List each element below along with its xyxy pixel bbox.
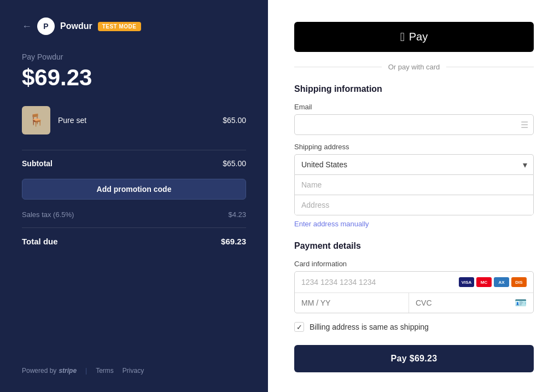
card-bottom-row: 🪪 — [295, 293, 533, 313]
product-name: Pure set — [58, 116, 215, 125]
apple-pay-label: Pay — [409, 31, 428, 43]
back-button[interactable]: ← — [22, 21, 32, 32]
divider — [22, 150, 246, 150]
tax-label: Sales tax (6.5%) — [22, 210, 74, 219]
divider-line-left — [294, 67, 382, 67]
apple-logo-icon:  — [400, 31, 405, 43]
privacy-link[interactable]: Privacy — [122, 367, 144, 375]
pay-label: Pay Powdur — [22, 52, 246, 61]
mastercard-icon: MC — [476, 277, 492, 287]
terms-link[interactable]: Terms — [96, 367, 114, 375]
address-fields — [294, 174, 534, 215]
product-price: $65.00 — [223, 116, 246, 125]
country-select-wrapper: United States ▾ — [294, 154, 534, 174]
country-select[interactable]: United States — [294, 154, 534, 174]
total-label: Total due — [22, 237, 58, 246]
expiry-input[interactable] — [295, 293, 409, 313]
card-number-input[interactable] — [301, 278, 454, 286]
subtotal-row: Subtotal $65.00 — [22, 159, 246, 168]
shipping-address-label: Shipping address — [294, 143, 534, 151]
tax-row: Sales tax (6.5%) $4.23 — [22, 210, 246, 219]
powered-by: Powered by stripe — [22, 367, 77, 375]
stripe-label: stripe — [59, 367, 77, 375]
right-panel:  Pay Or pay with card Shipping informat… — [268, 0, 560, 392]
tax-value: $4.23 — [228, 210, 246, 219]
billing-checkbox[interactable]: ✓ — [294, 322, 304, 332]
divider-text: Or pay with card — [388, 63, 440, 71]
card-icons: VISA MC AX DIS — [459, 277, 527, 287]
subtotal-label: Subtotal — [22, 159, 52, 168]
amount: $69.23 — [22, 65, 246, 91]
pay-button[interactable]: Pay $69.23 — [294, 345, 534, 372]
logo: P — [37, 17, 55, 35]
cvc-input[interactable] — [416, 293, 511, 313]
footer: Powered by stripe | Terms Privacy — [22, 367, 246, 375]
test-mode-badge: TEST MODE — [98, 22, 141, 31]
email-label: Email — [294, 103, 534, 111]
billing-label: Billing address is same as shipping — [310, 323, 429, 331]
email-input[interactable] — [294, 114, 534, 135]
subtotal-value: $65.00 — [223, 159, 246, 168]
product-row: 🪑 Pure set $65.00 — [22, 106, 246, 134]
cvc-wrapper: 🪪 — [409, 293, 533, 313]
card-number-row: VISA MC AX DIS — [295, 272, 533, 293]
divider-line-right — [446, 67, 534, 67]
apple-pay-button[interactable]:  Pay — [294, 22, 534, 52]
payment-section-title: Payment details — [294, 241, 534, 251]
name-input[interactable] — [295, 175, 533, 195]
card-fields: VISA MC AX DIS 🪪 — [294, 271, 534, 313]
address-input[interactable] — [295, 195, 533, 215]
email-icon: ☰ — [521, 120, 528, 130]
divider2 — [22, 227, 246, 228]
header: ← P Powdur TEST MODE — [22, 17, 246, 35]
enter-address-manually-link[interactable]: Enter address manually — [294, 220, 534, 228]
total-row: Total due $69.23 — [22, 237, 246, 246]
total-value: $69.23 — [221, 237, 246, 246]
brand-name: Powdur — [60, 21, 92, 31]
card-info-label: Card information — [294, 260, 534, 268]
amex-icon: AX — [494, 277, 509, 287]
discover-icon: DIS — [511, 277, 527, 287]
left-panel: ← P Powdur TEST MODE Pay Powdur $69.23 🪑… — [0, 0, 268, 392]
cvc-card-icon: 🪪 — [515, 297, 527, 309]
promo-button[interactable]: Add promotion code — [22, 179, 246, 200]
product-image: 🪑 — [22, 106, 50, 134]
shipping-section-title: Shipping information — [294, 84, 534, 94]
email-wrapper: ☰ — [294, 114, 534, 135]
billing-checkbox-row: ✓ Billing address is same as shipping — [294, 322, 534, 332]
divider-row: Or pay with card — [294, 63, 534, 71]
footer-sep: | — [85, 367, 87, 375]
visa-icon: VISA — [459, 277, 474, 287]
